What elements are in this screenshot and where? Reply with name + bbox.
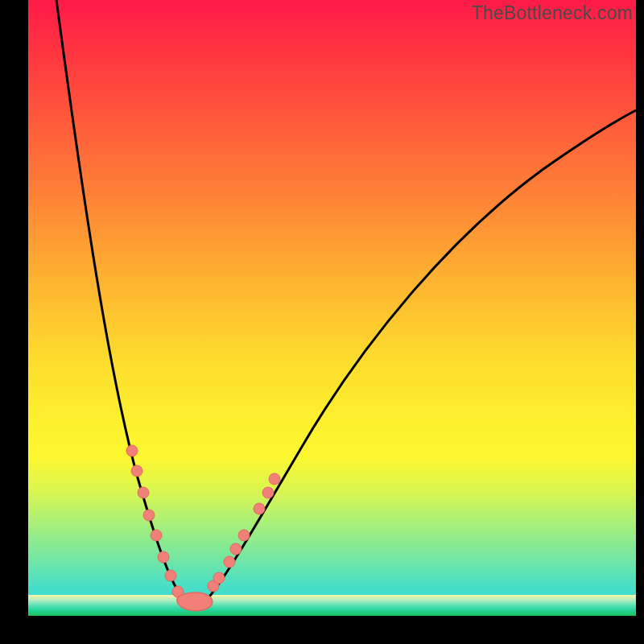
curve-left-branch (56, 0, 195, 604)
bottleneck-curve-svg (28, 0, 636, 616)
data-marker (165, 570, 176, 581)
data-marker (138, 487, 149, 498)
curve-bottom-blob (177, 592, 213, 611)
watermark-text: TheBottleneck.com (472, 2, 633, 24)
data-marker (230, 543, 242, 555)
data-marker (158, 551, 169, 563)
data-marker (213, 572, 225, 584)
chart-plot-area (28, 0, 636, 616)
data-marker (143, 510, 155, 521)
marker-group-right (208, 473, 280, 592)
data-marker (262, 487, 274, 498)
data-marker (151, 530, 162, 541)
curve-right-branch (195, 110, 636, 604)
data-marker (254, 503, 265, 514)
marker-group-left (126, 445, 184, 597)
data-marker (126, 445, 138, 456)
data-marker (269, 473, 280, 485)
data-marker (238, 530, 250, 541)
data-marker (224, 556, 235, 568)
data-marker (131, 465, 142, 477)
